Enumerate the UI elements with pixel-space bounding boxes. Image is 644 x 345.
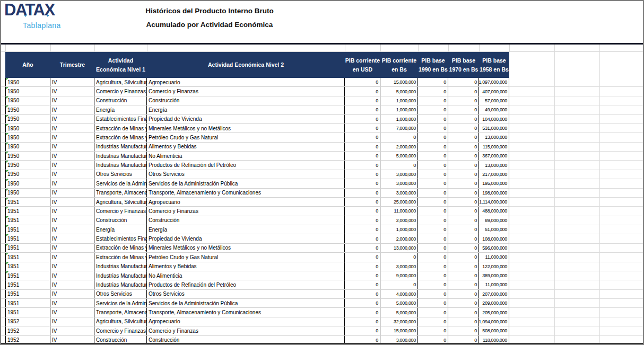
table-row[interactable]: 1951 IV Energía Energía 0 1,000,000 0 0 … — [5, 225, 509, 234]
cell-pib-usd[interactable]: 0 — [345, 262, 380, 271]
cell-pib-usd[interactable]: 0 — [345, 207, 380, 215]
cell-pib-bs[interactable]: 11,000,000 — [380, 207, 418, 215]
cell-nivel2[interactable]: Propiedad de Vivienda — [147, 115, 345, 123]
cell-pib-1990[interactable]: 0 — [418, 198, 448, 206]
table-row[interactable]: 1951 IV Extracción de Minas y Ca Mineral… — [5, 244, 509, 253]
cell-nivel2[interactable]: Minerales Metálicos y no Metálicos — [147, 124, 345, 132]
cell-pib-1970[interactable]: 0 — [448, 271, 479, 280]
cell-nivel1[interactable]: Energía — [94, 105, 147, 114]
cell-pib-1990[interactable]: 0 — [418, 317, 448, 326]
header-nivel1[interactable]: Actividad Económica Nivel 1 — [94, 52, 147, 78]
cell-ano[interactable]: 1950 — [5, 143, 50, 151]
cell-pib-1958[interactable]: 122,000,000 — [479, 262, 509, 271]
cell-pib-1958[interactable]: 57,000,000 — [479, 96, 509, 105]
cell-nivel1[interactable]: Establecimientos Financi — [94, 234, 147, 243]
cell-nivel1[interactable]: Energía — [94, 225, 147, 234]
cell-ano[interactable]: 1950 — [5, 115, 50, 123]
cell-nivel1[interactable]: Extracción de Minas y Ca — [94, 253, 147, 261]
cell-pib-bs[interactable]: 1,000,000 — [380, 105, 418, 114]
cell-ano[interactable]: 1950 — [5, 124, 50, 132]
cell-pib-1990[interactable]: 0 — [418, 179, 448, 188]
cell-pib-usd[interactable]: 0 — [345, 308, 380, 316]
table-row[interactable]: 1951 IV Agricultura, Silvicultura, C Agr… — [5, 198, 509, 207]
cell-pib-1970[interactable]: 0 — [448, 299, 479, 307]
cell-ano[interactable]: 1951 — [5, 216, 50, 225]
cell-pib-1990[interactable]: 0 — [418, 96, 448, 105]
cell-pib-1958[interactable]: 104,000,000 — [479, 115, 509, 123]
cell-ano[interactable]: 1950 — [5, 78, 50, 86]
cell-trimestre[interactable]: IV — [50, 143, 94, 151]
cell-pib-1958[interactable]: 508,000,000 — [479, 326, 509, 335]
cell-pib-1958[interactable]: 13,000,000 — [479, 133, 509, 141]
cell-pib-1990[interactable]: 0 — [418, 207, 448, 215]
table-row[interactable]: 1950 IV Industrias Manufacturera Aliment… — [5, 143, 509, 152]
cell-pib-1958[interactable]: 217,000,000 — [479, 170, 509, 179]
cell-pib-usd[interactable]: 0 — [345, 198, 380, 206]
cell-nivel1[interactable]: Agricultura, Silvicultura, C — [94, 317, 147, 326]
cell-nivel2[interactable]: Minerales Metálicos y no Metálicos — [147, 244, 345, 252]
cell-pib-1958[interactable]: 108,000,000 — [479, 234, 509, 243]
cell-nivel2[interactable]: Comercio y Finanzas — [147, 207, 345, 215]
cell-nivel2[interactable]: Agropecuario — [147, 317, 345, 326]
cell-nivel2[interactable]: Comercio y Finanzas — [147, 87, 345, 95]
cell-pib-usd[interactable]: 0 — [345, 124, 380, 132]
cell-pib-1970[interactable]: 0 — [448, 115, 479, 123]
cell-pib-1958[interactable]: 13,000,000 — [479, 161, 509, 169]
cell-pib-1958[interactable]: 207,000,000 — [479, 290, 509, 298]
cell-pib-usd[interactable]: 0 — [345, 326, 380, 335]
cell-trimestre[interactable]: IV — [50, 234, 94, 243]
cell-pib-bs[interactable]: 3,000,000 — [380, 170, 418, 179]
cell-trimestre[interactable]: IV — [50, 96, 94, 105]
cell-nivel1[interactable]: Servicios de la Administr — [94, 299, 147, 307]
cell-pib-1990[interactable]: 0 — [418, 308, 448, 316]
cell-nivel1[interactable]: Servicios de la Administr — [94, 179, 147, 188]
cell-trimestre[interactable]: IV — [50, 179, 94, 188]
cell-pib-1970[interactable]: 0 — [448, 207, 479, 215]
cell-pib-bs[interactable]: 0 — [380, 133, 418, 141]
cell-trimestre[interactable]: IV — [50, 133, 94, 141]
table-row[interactable]: 1950 IV Extracción de Minas y Ca Mineral… — [5, 124, 509, 133]
cell-nivel1[interactable]: Comercio y Finanzas — [94, 87, 147, 95]
cell-ano[interactable]: 1951 — [5, 244, 50, 252]
cell-nivel2[interactable]: Petróleo Crudo y Gas Natural — [147, 133, 345, 141]
table-row[interactable]: 1951 IV Servicios de la Administr Servic… — [5, 299, 509, 308]
cell-pib-usd[interactable]: 0 — [345, 253, 380, 261]
table-row[interactable]: 1951 IV Otros Servicios Otros Servicios … — [5, 290, 509, 299]
cell-nivel1[interactable]: Transporte, Almacenami — [94, 308, 147, 316]
cell-pib-usd[interactable]: 0 — [345, 225, 380, 234]
cell-ano[interactable]: 1952 — [5, 326, 50, 335]
cell-nivel1[interactable]: Otros Servicios — [94, 290, 147, 298]
cell-pib-usd[interactable]: 0 — [345, 189, 380, 197]
cell-nivel2[interactable]: Construcción — [147, 96, 345, 105]
cell-pib-1970[interactable]: 0 — [448, 290, 479, 298]
header-pib-bs[interactable]: PIB corriente en Bs — [380, 52, 418, 78]
cell-pib-1958[interactable]: 596,000,000 — [479, 244, 509, 252]
cell-pib-1990[interactable]: 0 — [418, 271, 448, 280]
cell-pib-1970[interactable]: 0 — [448, 244, 479, 252]
cell-trimestre[interactable]: IV — [50, 326, 94, 335]
cell-pib-1990[interactable]: 0 — [418, 280, 448, 289]
cell-pib-1990[interactable]: 0 — [418, 225, 448, 234]
cell-trimestre[interactable]: IV — [50, 115, 94, 123]
cell-pib-1970[interactable]: 0 — [448, 234, 479, 243]
table-row[interactable]: 1950 IV Energía Energía 0 1,000,000 0 0 … — [5, 105, 509, 114]
cell-pib-1970[interactable]: 0 — [448, 96, 479, 105]
cell-pib-1958[interactable]: 1,094,000,000 — [479, 317, 509, 326]
cell-pib-1958[interactable]: 531,000,000 — [479, 124, 509, 132]
cell-pib-usd[interactable]: 0 — [345, 96, 380, 105]
cell-pib-1970[interactable]: 0 — [448, 225, 479, 234]
cell-pib-1970[interactable]: 0 — [448, 143, 479, 151]
cell-pib-bs[interactable]: 32,000,000 — [380, 317, 418, 326]
cell-ano[interactable]: 1951 — [5, 198, 50, 206]
cell-pib-1990[interactable]: 0 — [418, 299, 448, 307]
cell-pib-1970[interactable]: 0 — [448, 124, 479, 132]
cell-nivel2[interactable]: Transporte, Almacenamiento y Comunicacio… — [147, 308, 345, 316]
cell-nivel2[interactable]: Alimentos y Bebidas — [147, 143, 345, 151]
table-row[interactable]: 1950 IV Servicios de la Administr Servic… — [5, 179, 509, 188]
cell-pib-1990[interactable]: 0 — [418, 78, 448, 86]
cell-nivel2[interactable]: Servicios de la Administración Pública — [147, 179, 345, 188]
table-row[interactable]: 1951 IV Transporte, Almacenami Transport… — [5, 308, 509, 317]
table-row[interactable]: 1951 IV Industrias Manufacturera Aliment… — [5, 262, 509, 271]
cell-trimestre[interactable]: IV — [50, 87, 94, 95]
cell-nivel2[interactable]: Propiedad de Vivienda — [147, 234, 345, 243]
